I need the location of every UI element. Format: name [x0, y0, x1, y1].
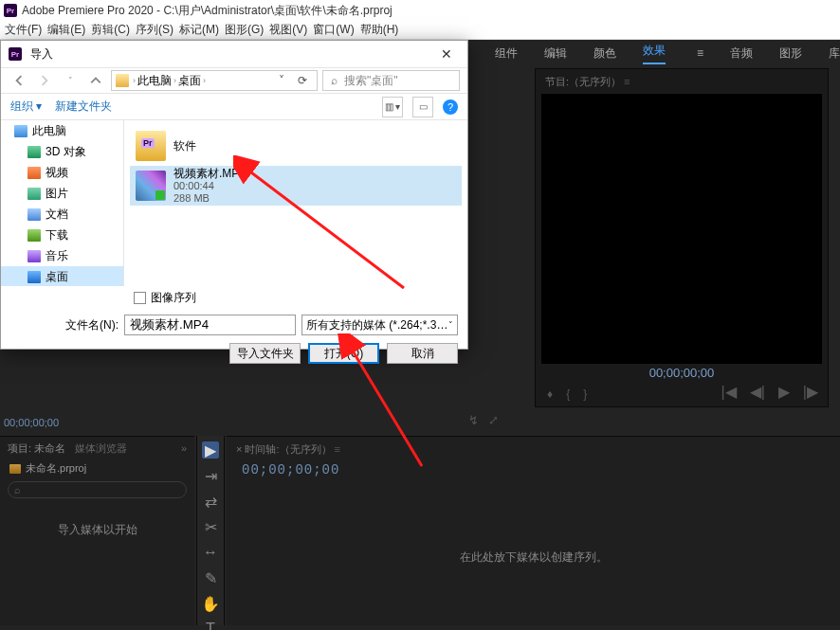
step-back-icon[interactable]: ◀|: [750, 383, 765, 401]
menu-graphics[interactable]: 图形(G): [225, 22, 264, 38]
close-icon[interactable]: ✕: [433, 46, 460, 62]
import-folder-button[interactable]: 导入文件夹: [229, 343, 301, 364]
export-frame-icon[interactable]: ⤢: [488, 413, 499, 427]
project-name-row: 未命名.prproj: [0, 459, 194, 477]
out-point-icon[interactable]: }: [583, 387, 587, 401]
image-sequence-row: 图像序列: [1, 286, 467, 309]
ws-tab-color[interactable]: 颜色: [593, 45, 616, 62]
slip-tool-icon[interactable]: ↔: [202, 544, 219, 561]
project-tab-project[interactable]: 项目: 未命名: [8, 441, 65, 456]
in-point-icon[interactable]: {: [566, 387, 570, 401]
address-bar[interactable]: › 此电脑 › 桌面 › ˅ ⟳: [111, 70, 318, 91]
new-folder-button[interactable]: 新建文件夹: [55, 99, 112, 115]
sidebar-3d-objects[interactable]: 3D 对象: [1, 141, 123, 162]
source-right-icons: ↯ ⤢: [468, 413, 499, 427]
music-icon: [27, 250, 41, 262]
step-forward-icon[interactable]: |▶: [803, 383, 818, 401]
pen-tool-icon[interactable]: ✎: [202, 569, 219, 586]
file-size: 288 MB: [173, 192, 246, 205]
workspace-tabs: 组件 编辑 颜色 效果 ≡ 音频 图形 库: [474, 40, 840, 66]
addr-dropdown-icon[interactable]: ˅: [271, 74, 292, 87]
video-icon: [27, 167, 41, 179]
cancel-button[interactable]: 取消: [387, 343, 458, 364]
dialog-titlebar[interactable]: Pr 导入 ✕: [1, 41, 467, 67]
menu-markers[interactable]: 标记(M): [179, 22, 219, 38]
file-item-folder[interactable]: 软件: [130, 126, 462, 166]
program-panel-title[interactable]: 节目:（无序列）: [536, 69, 828, 95]
nav-recent-icon[interactable]: ˅: [60, 70, 81, 91]
chevron-right-icon[interactable]: ›: [133, 76, 136, 85]
program-monitor-panel: 节目:（无序列） 00;00;00;00 ♦ { } |◀ ◀| ▶ |▶: [535, 68, 829, 407]
menu-sequence[interactable]: 序列(S): [136, 22, 173, 38]
view-options-icon[interactable]: ▥ ▾: [382, 97, 403, 117]
ws-tab-effects[interactable]: 效果: [643, 43, 666, 64]
timeline-title[interactable]: × 时间轴:（无序列）: [227, 437, 840, 462]
preview-pane-icon[interactable]: ▭: [412, 97, 433, 117]
menu-window[interactable]: 窗口(W): [313, 22, 354, 38]
help-icon[interactable]: ?: [443, 99, 458, 115]
ws-tab-assembly[interactable]: 组件: [495, 45, 518, 62]
sidebar-desktop[interactable]: 桌面: [1, 266, 123, 286]
project-search[interactable]: ⌕: [8, 481, 187, 498]
ws-tab-audio[interactable]: 音频: [730, 45, 753, 62]
organize-button[interactable]: 组织 ▾: [10, 99, 42, 115]
dialog-title: 导入: [30, 46, 53, 63]
ws-tab-editing[interactable]: 编辑: [544, 45, 567, 62]
menu-clip[interactable]: 剪辑(C): [91, 22, 130, 38]
marker-icon[interactable]: ♦: [547, 387, 553, 401]
premiere-logo-icon: Pr: [4, 4, 17, 17]
nav-up-icon[interactable]: [85, 70, 106, 91]
pc-icon: [14, 125, 27, 137]
sidebar-documents[interactable]: 文档: [1, 204, 123, 225]
project-panel: 项目: 未命名 媒体浏览器 » 未命名.prproj ⌕ 导入媒体以开始: [0, 436, 194, 625]
bin-icon: [9, 464, 21, 474]
menu-view[interactable]: 视图(V): [269, 22, 307, 38]
desktop-icon: [27, 271, 41, 283]
tools-panel: ▶ ⇥ ⇄ ✂ ↔ ✎ ✋ T: [196, 436, 225, 625]
project-filename: 未命名.prproj: [26, 461, 86, 476]
chevron-right-icon[interactable]: ›: [173, 76, 176, 85]
menu-edit[interactable]: 编辑(E): [47, 22, 85, 38]
sidebar-pictures[interactable]: 图片: [1, 183, 123, 204]
file-item-video[interactable]: 视频素材.MP4 00:00:44 288 MB: [130, 166, 462, 206]
nav-forward-icon[interactable]: [34, 70, 55, 91]
track-select-tool-icon[interactable]: ⇥: [202, 467, 219, 484]
folder-icon: [116, 74, 129, 87]
breadcrumb-desktop[interactable]: 桌面: [178, 73, 201, 89]
sidebar-music[interactable]: 音乐: [1, 245, 123, 266]
sidebar-this-pc[interactable]: 此电脑: [1, 120, 123, 141]
chevron-right-icon[interactable]: ›: [203, 76, 206, 85]
image-sequence-checkbox[interactable]: [134, 292, 146, 304]
open-button[interactable]: 打开(O): [308, 343, 379, 364]
go-to-in-icon[interactable]: |◀: [721, 383, 737, 401]
document-icon: [27, 208, 41, 221]
filetype-select[interactable]: 所有支持的媒体 (*.264;*.3G2;*. ˅: [301, 315, 458, 335]
project-tabs-more-icon[interactable]: »: [181, 442, 187, 454]
timeline-panel: × 时间轴:（无序列） 00;00;00;00 在此处放下媒体以创建序列。: [227, 436, 840, 625]
breadcrumb-pc[interactable]: 此电脑: [137, 73, 172, 89]
razor-tool-icon[interactable]: ✂: [202, 518, 219, 535]
type-tool-icon[interactable]: T: [202, 621, 219, 630]
sidebar-downloads[interactable]: 下载: [1, 225, 123, 245]
play-icon[interactable]: ▶: [778, 383, 790, 401]
ws-tab-library[interactable]: 库: [829, 45, 840, 62]
menu-help[interactable]: 帮助(H): [360, 22, 399, 38]
hand-tool-icon[interactable]: ✋: [202, 595, 219, 612]
menu-file[interactable]: 文件(F): [5, 22, 42, 38]
selection-tool-icon[interactable]: ▶: [202, 441, 219, 459]
ws-tab-more-icon[interactable]: ≡: [697, 46, 703, 60]
download-icon: [27, 229, 41, 242]
nav-back-icon[interactable]: [9, 70, 29, 91]
search-box[interactable]: ⌕ 搜索"桌面": [322, 70, 460, 91]
sidebar-videos[interactable]: 视频: [1, 162, 123, 183]
refresh-icon[interactable]: ⟳: [292, 74, 313, 87]
image-sequence-label: 图像序列: [151, 290, 196, 306]
folder-thumb-icon: [136, 131, 166, 161]
wrench-icon[interactable]: ↯: [468, 413, 479, 427]
ws-tab-graphics[interactable]: 图形: [779, 45, 802, 62]
menu-bar: 文件(F) 编辑(E) 剪辑(C) 序列(S) 标记(M) 图形(G) 视图(V…: [0, 21, 840, 40]
filename-input[interactable]: [124, 315, 296, 335]
ripple-edit-tool-icon[interactable]: ⇄: [202, 493, 219, 510]
project-tab-media-browser[interactable]: 媒体浏览器: [75, 441, 127, 456]
project-tabs: 项目: 未命名 媒体浏览器 »: [0, 437, 194, 459]
